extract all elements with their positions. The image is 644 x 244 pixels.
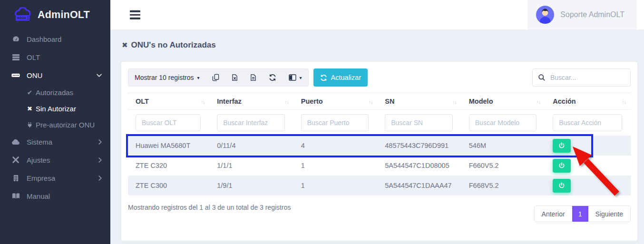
filter-interfaz-input[interactable]	[217, 114, 285, 131]
reload-table-button[interactable]	[263, 69, 283, 86]
col-header-interfaz[interactable]: ↑↓Interfaz	[209, 93, 293, 110]
authorize-power-button[interactable]	[553, 139, 571, 153]
refresh-icon	[320, 74, 327, 81]
sidebar-item-label: Dashboard	[27, 35, 61, 43]
table-card: Mostrar 10 registros ▾	[121, 62, 637, 241]
brand-logo: AdminOLT	[0, 0, 110, 30]
sidebar-item-onu[interactable]: ONU	[0, 66, 110, 84]
previous-page-button[interactable]: Anterior	[535, 206, 572, 222]
sidebar-item-label: Sistema	[27, 138, 52, 146]
dashboard-icon	[11, 35, 20, 43]
sidebar-item-label: Ajustes	[27, 156, 50, 164]
col-header-puerto[interactable]: ↑↓Puerto	[293, 93, 378, 110]
sidebar-item-label: ONU	[27, 71, 42, 79]
brand-name: AdminOLT	[38, 9, 90, 21]
chevron-right-icon	[98, 139, 102, 145]
power-icon	[558, 142, 565, 149]
pagination: Anterior 1 Siguiente	[534, 205, 631, 222]
sidebar-item-label: Sin Autorizar	[36, 105, 76, 113]
search-input[interactable]	[550, 74, 625, 81]
sidebar-item-sistema[interactable]: Sistema	[0, 133, 110, 151]
sidebar-item-dashboard[interactable]: Dashboard	[0, 30, 110, 48]
cell-modelo: 546M	[461, 136, 546, 156]
sidebar-item-ajustes[interactable]: Ajustes	[0, 151, 110, 169]
cell-interfaz: 1/9/1	[209, 176, 293, 195]
cell-modelo: F660V5.2	[461, 156, 546, 176]
cloud-icon	[11, 138, 20, 145]
sidebar-item-label: Manual	[27, 192, 50, 200]
filter-modelo-input[interactable]	[469, 114, 537, 131]
hamburger-icon	[130, 10, 140, 12]
power-icon	[558, 162, 565, 169]
filter-row	[128, 110, 631, 136]
excel-file-icon	[232, 74, 238, 81]
cell-sn: 5A544547C1D08005	[377, 156, 461, 176]
search-icon	[538, 74, 546, 81]
filter-olt-input[interactable]	[136, 114, 201, 131]
actualizar-button[interactable]: Actualizar	[313, 68, 368, 87]
table-toolbar: Mostrar 10 registros ▾	[128, 68, 631, 87]
table-row: ZTE C320 1/1/1 1 5A544547C1D08005 F660V5…	[128, 156, 631, 176]
sidebar-item-sin-autorizar[interactable]: ✖ Sin Autorizar	[0, 100, 110, 117]
next-page-button[interactable]: Siguiente	[588, 206, 630, 222]
table-row: ZTE C300 1/9/1 1 5A544547C1DAAA47 F668V5…	[128, 176, 631, 195]
tools-icon	[11, 156, 20, 164]
sidebar-item-label: Autorizadas	[36, 88, 73, 97]
book-icon	[11, 193, 20, 199]
filter-sn-input[interactable]	[385, 114, 453, 131]
cell-interfaz: 1/1/1	[209, 156, 293, 176]
cell-sn: 5A544547C1DAAA47	[377, 176, 461, 195]
filter-puerto-input[interactable]	[301, 114, 369, 131]
sidebar: AdminOLT Dashboard OLT ONU ✔ Autoriza	[0, 0, 110, 244]
cell-puerto: 1	[293, 156, 378, 176]
search-box	[532, 68, 631, 87]
plug-icon	[27, 122, 32, 128]
sidebar-item-label: Pre-autorizar ONU	[36, 121, 95, 129]
x-icon: ✖	[122, 41, 128, 49]
check-icon: ✔	[27, 89, 32, 96]
col-header-modelo[interactable]: ↑↓Modelo	[461, 93, 546, 110]
cell-olt: ZTE C320	[128, 156, 209, 176]
current-page-button[interactable]: 1	[572, 206, 588, 222]
top-bar: Soporte AdminOLT	[110, 0, 644, 29]
export-file-button[interactable]	[244, 69, 263, 86]
chevron-down-icon	[97, 74, 102, 77]
server-icon	[11, 54, 20, 61]
cell-puerto: 1	[293, 176, 378, 195]
caret-down-icon: ▾	[197, 75, 199, 80]
user-name: Soporte AdminOLT	[560, 10, 624, 19]
sidebar-item-label: Empresa	[27, 174, 55, 182]
sidebar-item-olt[interactable]: OLT	[0, 48, 110, 66]
content-area: ✖ ONU's no Autorizadas Mostrar 10 regist…	[110, 29, 644, 244]
sort-icon: ↑↓	[537, 99, 541, 105]
col-header-olt[interactable]: ↑↓OLT	[128, 93, 209, 110]
filter-accion-input[interactable]	[553, 114, 622, 131]
cell-modelo: F668V5.2	[461, 176, 546, 195]
cell-accion	[545, 156, 631, 176]
col-header-sn[interactable]: ↑↓SN	[377, 93, 461, 110]
onu-table: ↑↓OLT ↑↓Interfaz ↑↓Puerto ↑↓SN ↑↓Modelo …	[128, 93, 631, 195]
authorize-power-button[interactable]	[553, 159, 571, 173]
table-row: Huawei MA5680T 0/11/4 4 48575443C796D991…	[128, 136, 631, 156]
col-header-accion[interactable]: ↑↓Acción	[545, 93, 631, 110]
sidebar-item-pre-autorizar[interactable]: Pre-autorizar ONU	[0, 117, 110, 133]
sidebar-item-manual[interactable]: Manual	[0, 187, 110, 205]
cloud-router-logo-icon	[12, 7, 33, 23]
x-icon: ✖	[27, 105, 32, 112]
page-title: ✖ ONU's no Autorizadas	[122, 40, 216, 50]
sidebar-item-autorizadas[interactable]: ✔ Autorizadas	[0, 84, 110, 100]
copy-button[interactable]	[206, 69, 225, 86]
toolbar-button-group: Mostrar 10 registros ▾	[128, 68, 309, 87]
menu-toggle-button[interactable]	[130, 10, 140, 20]
sidebar-item-empresa[interactable]: Empresa	[0, 169, 110, 187]
records-info: Mostrando registros del 1 al 3 de un tot…	[128, 202, 291, 211]
avatar	[536, 6, 554, 24]
authorize-power-button[interactable]	[553, 179, 571, 193]
header-row: ↑↓OLT ↑↓Interfaz ↑↓Puerto ↑↓SN ↑↓Modelo …	[128, 93, 631, 110]
user-menu[interactable]: Soporte AdminOLT	[527, 0, 637, 29]
column-visibility-button[interactable]: ▾	[283, 69, 308, 86]
length-menu-button[interactable]: Mostrar 10 registros ▾	[128, 69, 206, 86]
sort-icon: ↑↓	[369, 99, 373, 105]
export-excel-button[interactable]	[225, 69, 244, 86]
sort-icon: ↑↓	[452, 99, 457, 105]
